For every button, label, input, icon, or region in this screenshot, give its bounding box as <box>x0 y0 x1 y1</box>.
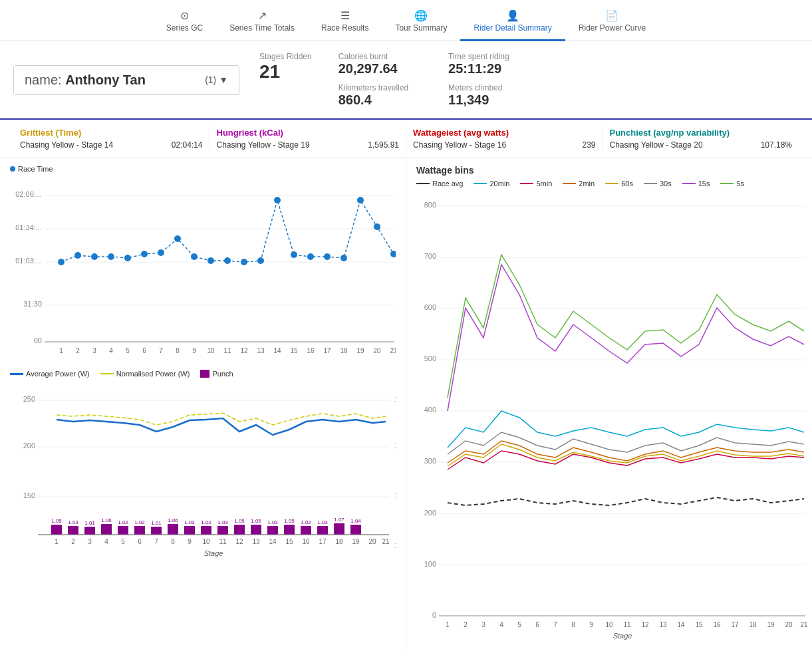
svg-text:3: 3 <box>88 538 92 545</box>
svg-text:17: 17 <box>731 621 739 628</box>
rider-power-curve-icon: 📄 <box>605 9 618 22</box>
svg-text:Stage: Stage <box>613 632 632 640</box>
power-chart: Average Power (W) Normalised Power (W) P… <box>10 370 396 595</box>
svg-point-11 <box>74 252 81 259</box>
svg-text:17: 17 <box>319 538 327 545</box>
svg-text:18: 18 <box>335 538 343 545</box>
legend-race-avg: Race avg <box>416 180 463 188</box>
svg-text:500: 500 <box>424 354 436 362</box>
tour-summary-icon: 🌐 <box>414 9 428 22</box>
legend-5min: 5min <box>520 180 552 188</box>
svg-point-26 <box>324 253 331 260</box>
svg-point-13 <box>108 253 114 260</box>
svg-text:1: 1 <box>446 621 450 628</box>
svg-point-27 <box>340 255 347 261</box>
svg-point-21 <box>241 259 247 265</box>
svg-rect-78 <box>168 524 178 535</box>
nav-series-gc[interactable]: ⊙ Series GC <box>153 5 216 41</box>
svg-text:16: 16 <box>713 621 721 628</box>
svg-text:150: 150 <box>23 491 35 499</box>
svg-text:6: 6 <box>142 347 146 354</box>
svg-text:1: 1 <box>55 538 59 545</box>
series-gc-icon: ⊙ <box>180 9 189 22</box>
svg-text:1.06: 1.06 <box>168 517 178 523</box>
svg-point-15 <box>141 251 148 257</box>
svg-text:1.05: 1.05 <box>284 518 295 524</box>
svg-point-24 <box>291 251 297 258</box>
svg-text:13: 13 <box>659 621 667 628</box>
svg-text:14: 14 <box>273 347 281 354</box>
badges-row: Grittiest (Time) Chasing Yellow - Stage … <box>0 120 812 158</box>
svg-text:1.05: 1.05 <box>234 518 245 524</box>
badge-punchiest: Punchiest (avg/np variability) Chasing Y… <box>603 128 799 150</box>
svg-text:14: 14 <box>677 621 685 628</box>
svg-text:1.6: 1.6 <box>394 395 396 403</box>
nav-race-results[interactable]: ☰ Race Results <box>308 5 382 41</box>
svg-text:8: 8 <box>171 538 175 545</box>
svg-text:10: 10 <box>202 538 210 545</box>
svg-rect-88 <box>251 525 261 535</box>
svg-text:7: 7 <box>154 538 158 545</box>
rider-name-display: name: Anthony Tan <box>25 72 146 88</box>
svg-text:1.07: 1.07 <box>334 517 344 523</box>
left-charts: Race Time 02:06:... 01:34:... 01:03:... … <box>0 158 406 650</box>
svg-text:12: 12 <box>641 621 649 628</box>
race-time-legend: Race Time <box>10 165 396 173</box>
svg-rect-76 <box>151 527 162 535</box>
legend-punch: Punch <box>200 370 233 378</box>
charts-area: Race Time 02:06:... 01:34:... 01:03:... … <box>0 158 812 650</box>
svg-text:12: 12 <box>240 347 248 354</box>
svg-text:300: 300 <box>424 457 436 465</box>
nav-series-time-totals[interactable]: ↗ Series Time Totals <box>216 5 308 41</box>
svg-rect-84 <box>217 526 228 535</box>
svg-point-16 <box>158 249 164 256</box>
svg-text:8: 8 <box>571 621 575 628</box>
svg-text:1.4: 1.4 <box>394 442 396 450</box>
svg-point-19 <box>207 257 214 264</box>
wattage-bins-svg: 800 700 600 500 400 300 200 100 0 <box>416 192 809 644</box>
svg-point-10 <box>58 259 65 265</box>
svg-text:15: 15 <box>695 621 703 628</box>
svg-text:19: 19 <box>356 347 364 354</box>
time-stat: Time spent riding 25:11:29 <box>448 52 518 76</box>
nav-tour-summary[interactable]: 🌐 Tour Summary <box>382 5 460 41</box>
svg-text:1: 1 <box>394 541 396 549</box>
svg-text:9: 9 <box>589 621 593 628</box>
wattage-legend: Race avg 20min 5min 2min 60s 30s <box>416 180 809 188</box>
legend-2min: 2min <box>563 180 595 188</box>
svg-text:13: 13 <box>252 538 260 545</box>
power-svg: 250 200 150 1.6 1.4 1.2 1 <box>10 382 396 595</box>
svg-text:18: 18 <box>340 347 348 354</box>
svg-text:16: 16 <box>307 347 315 354</box>
svg-point-17 <box>174 235 181 242</box>
svg-text:700: 700 <box>424 252 436 260</box>
svg-text:1.02: 1.02 <box>301 519 311 525</box>
rider-dropdown[interactable]: (1) ▼ <box>205 74 228 85</box>
stages-ridden-stat: Stages Ridden 21 <box>259 52 312 108</box>
svg-point-29 <box>374 223 380 230</box>
svg-point-28 <box>357 197 364 203</box>
svg-text:7: 7 <box>159 347 163 354</box>
svg-text:01:03:...: 01:03:... <box>15 257 42 265</box>
badge-grittiest: Grittiest (Time) Chasing Yellow - Stage … <box>13 128 210 150</box>
svg-text:1.06: 1.06 <box>101 517 112 523</box>
svg-text:1.02: 1.02 <box>201 519 211 525</box>
legend-20min: 20min <box>474 180 509 188</box>
nav-rider-detail-summary[interactable]: 👤 Rider Detail Summary <box>460 5 565 41</box>
svg-rect-90 <box>267 526 278 535</box>
svg-text:5: 5 <box>126 347 130 354</box>
meters-stat: Meters climbed 11,349 <box>448 83 518 108</box>
svg-text:1.05: 1.05 <box>251 518 261 524</box>
race-time-svg: 02:06:... 01:34:... 01:03:... 31:30 00 <box>10 177 396 356</box>
svg-point-14 <box>124 255 131 261</box>
svg-rect-68 <box>84 527 95 535</box>
svg-text:1.01: 1.01 <box>84 520 95 526</box>
svg-text:2: 2 <box>71 538 75 545</box>
svg-text:1.2: 1.2 <box>394 491 396 499</box>
nav-rider-power-curve[interactable]: 📄 Rider Power Curve <box>565 5 659 41</box>
svg-text:1.04: 1.04 <box>350 518 361 524</box>
legend-15s: 15s <box>682 180 710 188</box>
calories-stat: Calories burnt 20,297.64 <box>338 52 408 76</box>
rider-name-box: name: Anthony Tan (1) ▼ <box>13 65 239 95</box>
svg-rect-82 <box>201 526 211 535</box>
